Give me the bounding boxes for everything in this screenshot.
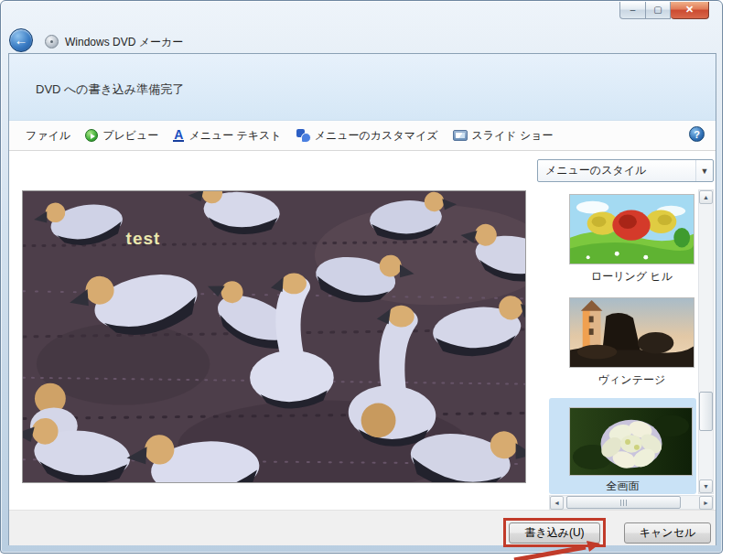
play-icon	[85, 129, 98, 142]
rolling-hills-thumbnail	[570, 195, 694, 264]
window-title: Windows DVD メーカー	[65, 35, 183, 50]
fullscreen-thumb-frame	[569, 407, 693, 476]
scroll-up-icon[interactable]: ▲	[699, 190, 713, 204]
help-button[interactable]: ?	[689, 126, 705, 142]
burn-button[interactable]: 書き込み(U)	[509, 522, 600, 544]
horizontal-scrollbar[interactable]: ◄ ►	[549, 495, 714, 510]
slideshow-button[interactable]: スライド ショー	[446, 124, 561, 147]
slideshow-icon	[453, 130, 468, 141]
footer-bar: 書き込み(U) キャンセル	[9, 510, 716, 545]
customize-icon	[296, 129, 310, 142]
scroll-down-icon[interactable]: ▼	[699, 479, 713, 493]
customize-label: メニューのカスタマイズ	[315, 128, 438, 144]
vertical-scrollbar-thumb[interactable]	[699, 392, 713, 431]
windows-dvd-maker-window: ← Windows DVD メーカー – ▢ ✕ DVD への書き込み準備完了 …	[0, 0, 723, 554]
screenshot: ← Windows DVD メーカー – ▢ ✕ DVD への書き込み準備完了 …	[0, 0, 732, 560]
vintage-thumbnail	[570, 298, 694, 367]
menu-text-icon: A	[173, 129, 184, 142]
slideshow-label: スライド ショー	[472, 128, 554, 144]
file-label: ファイル	[26, 128, 70, 144]
status-band: DVD への書き込み準備完了	[9, 54, 716, 121]
dvd-preview-image: test	[22, 190, 526, 483]
back-arrow-icon: ←	[15, 32, 28, 48]
style-label-fullscreen: 全画面	[549, 479, 696, 494]
menu-file[interactable]: ファイル	[18, 124, 78, 147]
minimize-icon: –	[630, 5, 636, 15]
toolbar: ファイル プレビュー A メニュー テキスト メニューのカスタマイズ スライド …	[9, 121, 716, 151]
style-item-vintage[interactable]	[569, 297, 694, 368]
style-item-fullscreen-selected[interactable]: 全画面	[549, 398, 696, 494]
dvd-disc-icon	[45, 35, 59, 48]
vertical-scrollbar[interactable]: ▲ ▼	[698, 189, 714, 494]
scroll-right-icon[interactable]: ►	[699, 496, 713, 510]
back-button[interactable]: ←	[9, 28, 33, 52]
style-item-rolling-hills[interactable]	[569, 194, 694, 264]
client-area: DVD への書き込み準備完了 ファイル プレビュー A メニュー テキスト メニ…	[8, 53, 716, 545]
minimize-button[interactable]: –	[619, 2, 646, 19]
menu-text-label: メニュー テキスト	[188, 128, 281, 144]
style-label-rolling-hills: ローリング ヒル	[558, 269, 705, 285]
close-icon: ✕	[685, 4, 694, 15]
menu-style-list: ローリング ヒル	[547, 189, 714, 510]
dropdown-label: メニューのスタイル	[538, 163, 695, 178]
preview-overlay-text: test	[126, 229, 161, 248]
menu-text-button[interactable]: A メニュー テキスト	[166, 124, 288, 147]
maximize-icon: ▢	[653, 5, 662, 15]
maximize-button[interactable]: ▢	[646, 2, 671, 19]
menu-style-dropdown[interactable]: メニューのスタイル ▼	[537, 159, 714, 182]
style-label-vintage: ヴィンテージ	[558, 372, 705, 388]
fullscreen-thumbnail	[570, 408, 692, 475]
titlebar: ← Windows DVD メーカー – ▢ ✕	[1, 1, 722, 53]
preview-button[interactable]: プレビュー	[78, 124, 166, 147]
window-controls: – ▢ ✕	[619, 2, 709, 19]
preview-label: プレビュー	[102, 128, 158, 144]
close-button[interactable]: ✕	[671, 2, 709, 19]
preview-photo-svg: test	[23, 191, 525, 482]
status-text: DVD への書き込み準備完了	[36, 81, 184, 98]
horizontal-scrollbar-thumb[interactable]	[566, 496, 681, 509]
customize-menu-button[interactable]: メニューのカスタマイズ	[289, 124, 446, 147]
scroll-left-icon[interactable]: ◄	[550, 496, 564, 510]
chevron-down-icon: ▼	[695, 160, 713, 181]
help-icon: ?	[694, 129, 700, 140]
cancel-button[interactable]: キャンセル	[624, 522, 711, 544]
